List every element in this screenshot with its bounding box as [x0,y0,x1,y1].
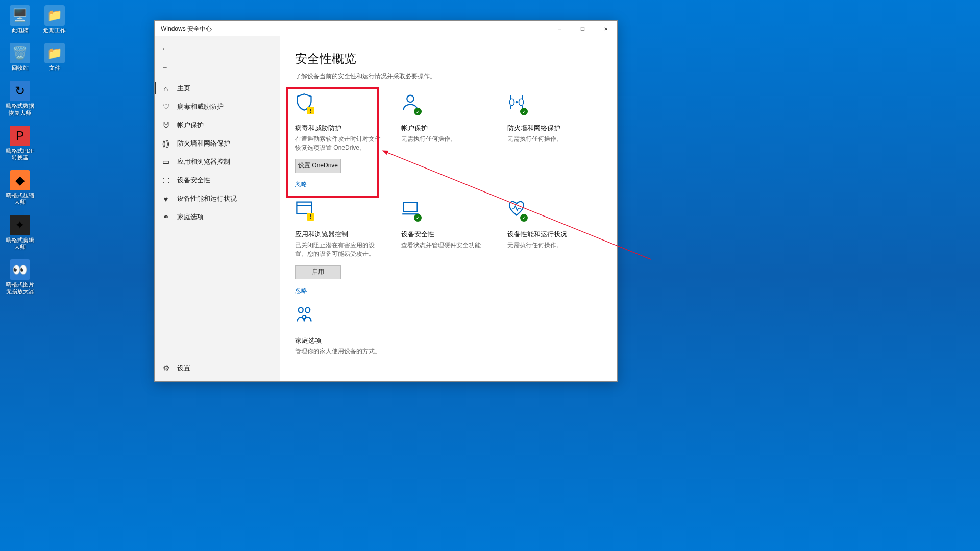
app-icon: ✦ [10,215,30,235]
desktop-icon-this-pc[interactable]: 🖥️此电脑 [4,5,36,34]
tile-app-browser[interactable]: ! 应用和浏览器控制 已关闭阻止潜在有害应用的设置。您的设备可能易受攻击。 启用… [295,199,386,295]
person-icon: ᕰ [162,121,170,130]
sidebar: ← ≡ ⌂主页 ♡病毒和威胁防护 ᕰ帐户保护 ⸨⸩防火墙和网络保护 ▭应用和浏览… [155,36,280,381]
nav-firewall[interactable]: ⸨⸩防火墙和网络保护 [155,134,280,153]
wifi-icon: ⸨⸩ [162,139,170,148]
main-content: 安全性概览 了解设备当前的安全性和运行情况并采取必要操作。 ! 病毒和威胁防护 … [280,36,617,381]
titlebar: Windows 安全中心 ─ ☐ ✕ [155,21,617,36]
nav-settings[interactable]: ⚙设置 [155,359,280,377]
browser-icon: ▭ [162,157,170,166]
enable-button[interactable]: 启用 [295,265,341,279]
tile-family[interactable]: 家庭选项 管理你的家人使用设备的方式。 [295,305,386,356]
tile-device-security[interactable]: ✓ 设备安全性 查看状态并管理硬件安全功能 [401,199,492,295]
person-icon: ✓ [401,93,420,113]
warning-badge-icon: ! [307,213,314,221]
back-button[interactable]: ← [155,39,175,58]
desktop-icon-app-5[interactable]: 👀嗨格式图片无损放大器 [4,259,36,295]
page-subtitle: 了解设备当前的安全性和运行情况并采取必要操作。 [295,72,602,81]
svg-point-0 [407,95,414,103]
tile-account-protection[interactable]: ✓ 帐户保护 无需执行任何操作。 [401,93,492,189]
close-button[interactable]: ✕ [594,21,617,36]
wifi-icon: ✓ [507,93,526,113]
nav-account[interactable]: ᕰ帐户保护 [155,116,280,134]
trash-icon: 🗑️ [10,43,30,63]
tile-device-performance[interactable]: ✓ 设备性能和运行状况 无需执行任何操作。 [507,199,598,295]
gear-icon: ⚙ [162,364,170,373]
nav-family[interactable]: ⚭家庭选项 [155,208,280,226]
app-icon: ↻ [10,81,30,101]
svg-rect-2 [297,202,311,213]
window-controls: ─ ☐ ✕ [548,21,617,36]
dismiss-link[interactable]: 忽略 [295,286,386,295]
desktop-icons: 🖥️此电脑 📁近期工作 🗑️回收站 📁文件 ↻嗨格式数据恢复大师 P嗨格式PDF… [4,5,70,295]
desktop-icon-app-2[interactable]: P嗨格式PDF转换器 [4,126,36,161]
page-title: 安全性概览 [295,51,602,67]
tiles-grid: ! 病毒和威胁防护 在遭遇勒索软件攻击时针对文件恢复选项设置 OneDrive。… [295,93,602,356]
svg-point-7 [305,307,310,312]
home-icon: ⌂ [162,84,170,93]
family-icon: ⚭ [162,212,170,222]
svg-point-1 [516,101,518,104]
device-icon: 🖵 [162,176,170,185]
device-icon: ✓ [401,199,420,220]
dismiss-link[interactable]: 忽略 [295,180,386,189]
nav-app-browser[interactable]: ▭应用和浏览器控制 [155,153,280,171]
setup-onedrive-button[interactable]: 设置 OneDrive [295,159,341,173]
window-title: Windows 安全中心 [161,25,212,33]
folder-icon: 📁 [44,43,65,63]
pc-icon: 🖥️ [10,5,30,26]
heart-icon: ♥ [162,195,170,203]
desktop-icon-app-1[interactable]: ↻嗨格式数据恢复大师 [4,81,36,116]
heart-icon: ✓ [507,199,526,220]
nav-device-security[interactable]: 🖵设备安全性 [155,171,280,189]
check-badge-icon: ✓ [520,214,528,222]
check-badge-icon: ✓ [520,108,528,115]
minimize-button[interactable]: ─ [548,21,571,36]
desktop-icon-app-3[interactable]: ◆嗨格式压缩大师 [4,170,36,205]
warning-badge-icon: ! [307,107,314,114]
check-badge-icon: ✓ [414,108,422,115]
desktop-icon-app-4[interactable]: ✦嗨格式剪辑大师 [4,215,36,250]
svg-rect-4 [404,203,418,212]
shield-icon: ! [295,93,313,113]
svg-point-6 [299,307,303,312]
shield-icon: ♡ [162,102,170,111]
desktop-icon-recent[interactable]: 📁近期工作 [39,5,70,34]
nav-list: ⌂主页 ♡病毒和威胁防护 ᕰ帐户保护 ⸨⸩防火墙和网络保护 ▭应用和浏览器控制 … [155,79,280,226]
check-badge-icon: ✓ [414,214,422,222]
browser-icon: ! [295,199,313,220]
security-center-window: Windows 安全中心 ─ ☐ ✕ ← ≡ ⌂主页 ♡病毒和威胁防护 ᕰ帐户保… [154,20,618,382]
desktop-icon-recycle[interactable]: 🗑️回收站 [4,43,36,71]
tile-firewall[interactable]: ✓ 防火墙和网络保护 无需执行任何操作。 [507,93,598,189]
app-icon: P [10,126,30,146]
nav-virus[interactable]: ♡病毒和威胁防护 [155,98,280,116]
app-icon: 👀 [10,259,30,280]
nav-home[interactable]: ⌂主页 [155,79,280,98]
nav-device-perf[interactable]: ♥设备性能和运行状况 [155,189,280,208]
folder-icon: 📁 [44,5,65,26]
desktop-icon-files[interactable]: 📁文件 [39,43,70,71]
app-icon: ◆ [10,170,30,190]
maximize-button[interactable]: ☐ [571,21,594,36]
hamburger-button[interactable]: ≡ [155,60,175,78]
family-icon [295,305,313,326]
tile-virus-threat[interactable]: ! 病毒和威胁防护 在遭遇勒索软件攻击时针对文件恢复选项设置 OneDrive。… [295,93,386,189]
